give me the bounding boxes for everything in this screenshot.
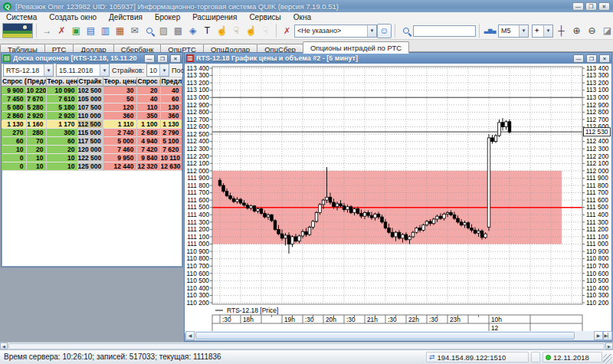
option-row[interactable]: 01010122 5009 9509 84010 110 <box>2 153 182 162</box>
move-order-icon[interactable]: ☝ <box>244 24 258 38</box>
chart-scroll-thumb[interactable] <box>195 332 575 339</box>
chart-close-button[interactable]: ✕ <box>599 54 610 63</box>
call-cell[interactable]: 10 090 <box>46 86 77 94</box>
call-cell[interactable]: 0 <box>2 162 26 170</box>
column-header[interactable]: Теор. цена С <box>46 77 77 86</box>
menu-item[interactable]: Действия <box>103 12 149 22</box>
put-cell[interactable]: 360 <box>103 111 136 120</box>
option-row[interactable]: 270280300115 0002 7402 6802 790 <box>2 128 182 136</box>
put-cell[interactable]: 1 110 <box>103 120 136 128</box>
connect-icon[interactable]: → <box>40 24 54 38</box>
new-window-icon[interactable]: ▣ <box>69 24 84 38</box>
expiry-date-combo[interactable]: 15.11.2018 ▼ <box>56 64 110 77</box>
put-cell[interactable]: 2 790 <box>160 128 182 136</box>
options-maximize-button[interactable]: ❒ <box>157 54 168 63</box>
workspace-scroll-left-icon[interactable]: ◀ <box>0 343 8 349</box>
zoom-scale-combo[interactable]: +▼ <box>532 25 553 38</box>
chart-window-icon[interactable]: ▥ <box>98 24 113 38</box>
chart-minimize-button[interactable]: — <box>573 54 584 63</box>
options-close-button[interactable]: ✕ <box>170 54 181 63</box>
scroll-left-icon[interactable]: ◀ <box>185 331 195 340</box>
trader-info-button[interactable]: ☺ <box>377 24 392 38</box>
app-close-button[interactable]: ✕ <box>598 2 610 11</box>
call-cell[interactable]: 20 <box>26 145 46 153</box>
strike-cell[interactable]: 102 500 <box>77 86 103 94</box>
call-cell[interactable]: 10 <box>2 145 26 153</box>
search-input[interactable] <box>413 25 476 37</box>
call-cell[interactable]: 9 900 <box>2 86 26 94</box>
call-cell[interactable]: 280 <box>26 128 46 136</box>
option-row[interactable]: 2 8602 9202 920110 000360350360 <box>2 111 182 120</box>
call-cell[interactable]: 2 920 <box>26 111 46 120</box>
options-table[interactable]: Спрос (ПредлжТеор. цена ССтрайкТеор. цен… <box>2 77 182 171</box>
strike-cell[interactable]: 122 500 <box>77 153 103 162</box>
call-cell[interactable]: 7 610 <box>46 94 77 103</box>
put-cell[interactable]: 30 <box>103 86 136 94</box>
put-cell[interactable]: 350 <box>136 111 160 120</box>
put-cell[interactable]: 50 <box>103 94 136 103</box>
menu-item[interactable]: Окна <box>287 12 317 22</box>
option-row[interactable]: 607060117 5005 0004 9405 100 <box>2 136 182 145</box>
disconnect-icon[interactable]: ✗ <box>54 24 69 38</box>
new-order-icon[interactable]: ☝ <box>215 24 229 38</box>
call-cell[interactable]: 70 <box>26 136 46 145</box>
menu-item[interactable]: Создать окно <box>43 12 103 22</box>
chart-icon[interactable]: ▃▆▄ <box>483 24 497 38</box>
workspace-hscrollbar[interactable]: ◀ ▶ <box>0 342 613 349</box>
call-cell[interactable]: 7 670 <box>26 94 46 103</box>
put-cell[interactable]: 10 110 <box>160 153 182 162</box>
option-row[interactable]: 01010125 00012 44012 32012 630 <box>2 162 182 170</box>
put-cell[interactable]: 40 <box>136 94 160 103</box>
instrument-combo[interactable]: RTS-12.18 ▼ <box>3 64 54 77</box>
interval-combo[interactable]: M5▼ <box>498 25 529 38</box>
put-cell[interactable]: 12 440 <box>103 162 136 170</box>
zoom-in-icon[interactable]: ⊕ <box>569 24 584 38</box>
strike-cell[interactable]: 107 500 <box>77 103 103 111</box>
strike-cell[interactable]: 110 000 <box>77 111 103 120</box>
eraser-icon[interactable]: ◪ <box>600 24 613 38</box>
messages-window-icon[interactable]: ✉ <box>127 24 142 38</box>
put-cell[interactable]: 9 840 <box>136 153 160 162</box>
chart-hscrollbar[interactable]: ◀ ▶ ▶▏ <box>185 331 612 340</box>
call-cell[interactable]: 20 <box>46 145 77 153</box>
call-cell[interactable]: 10 <box>26 162 46 170</box>
put-cell[interactable]: 130 <box>160 103 182 111</box>
quotes-window-icon[interactable]: ▤ <box>84 24 98 38</box>
put-cell[interactable]: 12 320 <box>136 162 160 170</box>
call-cell[interactable]: 1 160 <box>26 120 46 128</box>
trader-combo[interactable]: <Не указано> ▼ <box>294 25 377 38</box>
call-cell[interactable]: 10 <box>26 153 46 162</box>
put-cell[interactable]: 20 <box>136 86 160 94</box>
call-cell[interactable]: 5 280 <box>26 103 46 111</box>
option-row[interactable]: 102020120 0007 4607 4207 620 <box>2 145 182 153</box>
strike-cell[interactable]: 115 000 <box>77 128 103 136</box>
option-row[interactable]: 7 4507 6707 610105 000504060 <box>2 94 182 103</box>
scroll-end-icon[interactable]: ▶▏ <box>603 331 612 340</box>
put-cell[interactable]: 1 100 <box>136 120 160 128</box>
find-window-icon[interactable] <box>142 24 156 38</box>
strike-cell[interactable]: 105 000 <box>77 94 103 103</box>
cancel-all-icon[interactable]: ☟ <box>258 24 273 38</box>
put-cell[interactable]: 1 130 <box>160 120 182 128</box>
column-header[interactable]: Спрос ( <box>2 77 26 86</box>
strike-cell[interactable]: 125 000 <box>77 162 103 170</box>
menu-item[interactable]: Расширения <box>186 12 243 22</box>
menu-item[interactable]: Система <box>0 12 43 22</box>
zoom-out-icon[interactable]: ⊖ <box>585 24 599 38</box>
option-row[interactable]: 9 90010 22010 090102 500302040 <box>2 86 182 94</box>
option-row[interactable]: 5 0805 2805 180107 500120110130 <box>2 103 182 111</box>
options-window-titlebar[interactable]: ▤ Доска опционов [RTS-12.18, 15.11.20 — … <box>2 53 182 64</box>
put-cell[interactable]: 2 740 <box>103 128 136 136</box>
strikes-count-combo[interactable]: 10 ▼ <box>146 64 169 77</box>
call-cell[interactable]: 5 080 <box>2 103 26 111</box>
menu-item[interactable]: Брокер <box>149 12 186 22</box>
column-header[interactable]: Спрос ( <box>136 77 160 86</box>
call-cell[interactable]: 300 <box>46 128 77 136</box>
call-cell[interactable]: 5 180 <box>46 103 77 111</box>
put-cell[interactable]: 5 000 <box>103 136 136 145</box>
close-window-icon[interactable]: ▧ <box>156 24 171 38</box>
resize-grip[interactable] <box>603 354 612 363</box>
column-header[interactable]: Предлж <box>160 77 182 86</box>
strike-cell[interactable]: 117 500 <box>77 136 103 145</box>
pan-icon[interactable]: ┼ <box>554 24 569 38</box>
